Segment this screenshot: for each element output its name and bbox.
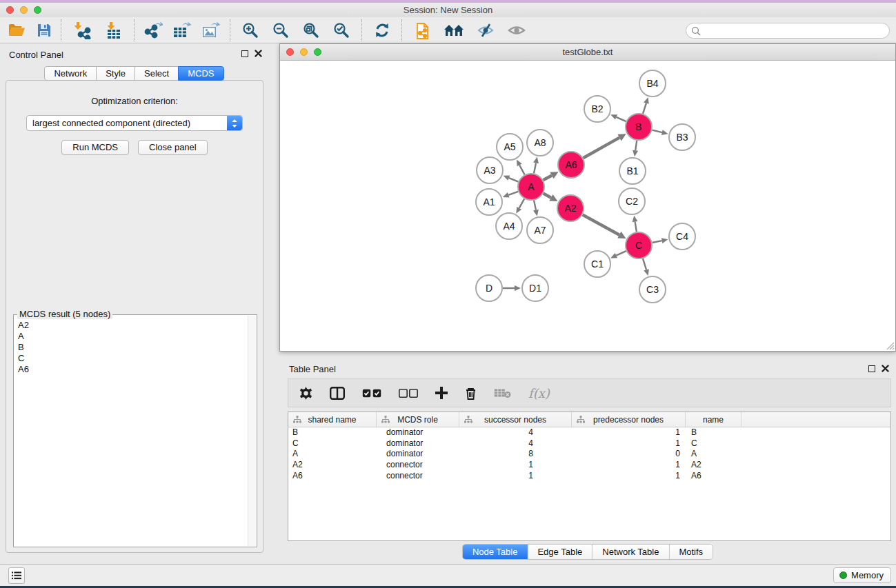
search-input[interactable] bbox=[701, 23, 889, 38]
network-window-titlebar[interactable]: testGlobe.txt bbox=[280, 44, 895, 61]
table-cell: A bbox=[686, 449, 741, 460]
float-panel-icon[interactable] bbox=[241, 50, 248, 57]
app-titlebar: Session: New Session bbox=[0, 3, 896, 17]
search-field[interactable] bbox=[686, 23, 890, 39]
network-close-button[interactable] bbox=[286, 48, 294, 56]
tab-network[interactable]: Network bbox=[44, 66, 97, 81]
tab-select[interactable]: Select bbox=[135, 66, 179, 81]
graph-node-label: C2 bbox=[626, 196, 638, 207]
criterion-select[interactable]: largest connected component (directed) bbox=[26, 115, 243, 131]
refresh-icon[interactable] bbox=[372, 20, 392, 41]
table-row[interactable]: Bdominator41B bbox=[288, 427, 890, 438]
import-table-icon[interactable] bbox=[103, 20, 123, 41]
graph-edge-A-A7[interactable] bbox=[534, 201, 536, 210]
graph-edge-B-B1[interactable] bbox=[635, 141, 637, 150]
graph-edge-A2-C[interactable] bbox=[583, 215, 619, 235]
hide-glasses-icon[interactable] bbox=[475, 20, 496, 41]
function-builder-icon[interactable]: f(x) bbox=[528, 386, 550, 401]
table-cell: 0 bbox=[572, 449, 686, 460]
table-settings-gear-icon[interactable] bbox=[299, 387, 312, 400]
table-row[interactable]: Adominator80A bbox=[288, 449, 890, 460]
graph-edge-A-A3[interactable] bbox=[509, 178, 519, 181]
zoom-fit-icon[interactable] bbox=[301, 20, 321, 41]
delete-column-icon[interactable] bbox=[465, 387, 477, 400]
task-history-button[interactable] bbox=[8, 567, 25, 584]
graph-arrowhead-icon bbox=[644, 97, 649, 104]
close-table-panel-icon[interactable] bbox=[882, 365, 889, 372]
select-all-icon[interactable] bbox=[362, 389, 381, 398]
graph-edge-A-A8[interactable] bbox=[534, 163, 536, 173]
graph-edge-A-A5[interactable] bbox=[519, 165, 524, 174]
column-header-mcds-role[interactable]: MCDS role bbox=[377, 412, 459, 427]
mcds-result-item[interactable]: A bbox=[18, 331, 244, 342]
home-icon[interactable] bbox=[444, 20, 464, 41]
resize-grip-icon[interactable] bbox=[884, 340, 895, 350]
network-minimize-button[interactable] bbox=[300, 48, 308, 56]
table-row[interactable]: A2connector11A2 bbox=[288, 460, 890, 471]
mcds-result-item[interactable]: B bbox=[18, 342, 244, 353]
table-row[interactable]: A6connector11A6 bbox=[288, 471, 890, 482]
result-scrollbar[interactable] bbox=[248, 316, 256, 546]
table-cell: 1 bbox=[459, 471, 572, 482]
graph-edge-C-C1[interactable] bbox=[616, 251, 626, 255]
zoom-selected-icon[interactable] bbox=[331, 20, 352, 41]
run-mcds-button[interactable]: Run MCDS bbox=[61, 140, 129, 155]
graph-edge-A6-B[interactable] bbox=[583, 138, 619, 159]
graph-edge-A-A1[interactable] bbox=[508, 192, 518, 195]
column-header-successor-nodes[interactable]: successor nodes bbox=[459, 412, 572, 427]
tab-edge-table[interactable]: Edge Table bbox=[527, 545, 592, 559]
open-file-icon[interactable] bbox=[6, 20, 27, 41]
table-cell: 1 bbox=[459, 460, 572, 471]
graph-node-label: C4 bbox=[676, 231, 688, 242]
close-window-button[interactable] bbox=[6, 6, 14, 14]
graph-edge-A-A6[interactable] bbox=[544, 175, 552, 180]
close-panel-button[interactable]: Close panel bbox=[138, 140, 208, 155]
graph-node-label: B4 bbox=[646, 78, 658, 89]
network-canvas[interactable]: B4B2BB3A8A5A6A3B1AA1C2A2A4A7C4CC1C3DD1 bbox=[280, 61, 895, 351]
export-network-icon[interactable] bbox=[143, 20, 163, 41]
mcds-result-item[interactable]: A2 bbox=[18, 320, 244, 331]
tab-node-table[interactable]: Node Table bbox=[463, 545, 528, 559]
graph-arrowhead-icon bbox=[661, 130, 668, 135]
graph-edge-A-A4[interactable] bbox=[519, 199, 525, 207]
column-header-shared-name[interactable]: shared name bbox=[288, 412, 377, 427]
minimize-window-button[interactable] bbox=[20, 6, 28, 14]
save-session-icon[interactable] bbox=[34, 20, 54, 41]
graph-edge-B-B2[interactable] bbox=[617, 117, 626, 121]
delete-table-icon[interactable] bbox=[494, 388, 511, 398]
graph-edge-C-C2[interactable] bbox=[635, 222, 637, 232]
tab-motifs[interactable]: Motifs bbox=[668, 545, 713, 559]
import-network-icon[interactable] bbox=[72, 20, 92, 41]
memory-button[interactable]: Memory bbox=[833, 567, 891, 583]
maximize-window-button[interactable] bbox=[34, 6, 41, 14]
mcds-result-item[interactable]: C bbox=[18, 353, 244, 364]
graph-edge-B-B3[interactable] bbox=[652, 130, 661, 132]
tab-mcds[interactable]: MCDS bbox=[178, 66, 223, 81]
zoom-in-icon[interactable] bbox=[240, 20, 261, 41]
new-network-icon[interactable] bbox=[412, 20, 433, 41]
tab-style[interactable]: Style bbox=[96, 66, 135, 81]
zoom-out-icon[interactable] bbox=[270, 20, 291, 41]
control-panel-tabs: NetworkStyleSelectMCDS bbox=[0, 66, 269, 81]
show-eye-icon[interactable] bbox=[506, 20, 527, 41]
graph-edge-C-C4[interactable] bbox=[653, 241, 662, 243]
add-column-icon[interactable] bbox=[435, 387, 448, 399]
close-panel-icon[interactable] bbox=[255, 50, 262, 57]
column-header-predecessor-nodes[interactable]: predecessor nodes bbox=[572, 412, 686, 427]
column-header-name[interactable]: name bbox=[686, 412, 741, 427]
column-browser-icon[interactable] bbox=[330, 387, 345, 400]
graph-edge-C-C3[interactable] bbox=[643, 258, 646, 270]
table-cell: dominator bbox=[377, 449, 459, 460]
tab-network-table[interactable]: Network Table bbox=[592, 545, 668, 559]
table-cell: A2 bbox=[288, 460, 377, 471]
graph-edge-B-B4[interactable] bbox=[643, 103, 646, 114]
export-image-icon[interactable] bbox=[201, 20, 221, 41]
float-table-panel-icon[interactable] bbox=[868, 365, 875, 372]
deselect-all-icon[interactable] bbox=[399, 389, 418, 398]
mcds-result-item[interactable]: A6 bbox=[18, 364, 244, 375]
network-maximize-button[interactable] bbox=[314, 48, 321, 56]
table-cell: 4 bbox=[459, 427, 572, 438]
graph-edge-A-A2[interactable] bbox=[544, 194, 551, 198]
table-row[interactable]: Cdominator41C bbox=[288, 438, 890, 449]
export-table-icon[interactable] bbox=[172, 20, 192, 41]
